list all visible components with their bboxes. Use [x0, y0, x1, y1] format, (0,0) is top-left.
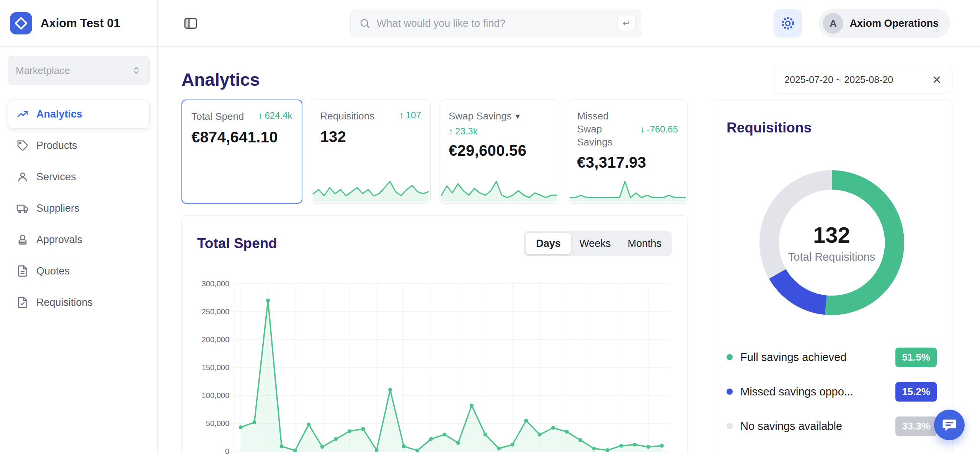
panel-left-icon [183, 16, 198, 31]
topbar-actions: A Axiom Operations [774, 9, 950, 38]
total-spend-title: Total Spend [197, 235, 277, 251]
stat-label: Total Spend [191, 110, 244, 123]
tab-days[interactable]: Days [526, 233, 571, 254]
search-input[interactable] [377, 18, 611, 29]
topbar: ↵ A Axiom Operations [158, 0, 980, 47]
sidebar-item-approvals[interactable]: Approvals [8, 225, 150, 254]
swap-savings-sparkline [440, 179, 558, 202]
legend-dot-green [727, 354, 733, 360]
stat-card-swap-savings[interactable]: Swap Savings ▾ ↑23.3k €29,600.56 [439, 100, 559, 204]
global-search-bar: ↵ [350, 10, 641, 37]
chat-icon [941, 417, 957, 433]
stat-value: €874,641.10 [191, 129, 292, 146]
stat-trend: ↑107 [399, 110, 421, 121]
sidebar-item-services[interactable]: Services [8, 162, 150, 191]
legend-label: Missed savings oppo... [740, 385, 853, 398]
clear-date-icon[interactable] [931, 74, 942, 85]
requisitions-sparkline [312, 179, 430, 202]
svg-text:200,000: 200,000 [202, 335, 229, 344]
date-range-value: 2025-07-20 ~ 2025-08-20 [784, 74, 893, 85]
sidebar-item-label: Services [36, 171, 76, 183]
legend-item-no-savings: No savings available 33.3% [727, 415, 937, 437]
sidebar-item-products[interactable]: Products [8, 131, 150, 160]
stat-trend: ↑624.4k [258, 110, 292, 121]
sidebar-item-requisitions[interactable]: Requisitions [8, 288, 150, 317]
settings-button[interactable] [774, 9, 802, 38]
user-menu[interactable]: A Axiom Operations [819, 9, 950, 38]
sidebar-item-suppliers[interactable]: Suppliers [8, 194, 150, 223]
percentage-badge: 15.2% [895, 382, 937, 402]
caret-down-icon[interactable]: ▾ [516, 111, 520, 122]
svg-text:250,000: 250,000 [202, 307, 229, 316]
sidebar-item-quotes[interactable]: Quotes [8, 256, 150, 286]
stat-card-total-spend[interactable]: Total Spend ↑624.4k €874,641.10 [181, 100, 302, 204]
svg-text:0: 0 [225, 447, 229, 454]
app-root: Axiom Test 01 Marketplace Analytics [0, 0, 980, 454]
sidebar-item-label: Approvals [36, 234, 82, 246]
chat-button[interactable] [934, 410, 965, 440]
user-name: Axiom Operations [849, 18, 939, 29]
legend-label: No savings available [740, 420, 842, 433]
marketplace-select-value: Marketplace [16, 65, 70, 77]
legend-dot-gray [727, 423, 733, 429]
sidebar-item-label: Analytics [36, 108, 82, 120]
requisitions-title: Requisitions [727, 120, 937, 136]
total-spend-card: Total Spend Days Weeks Months 050,000100… [181, 215, 688, 454]
stat-card-missed-swap-savings[interactable]: Missed Swap Savings ↓-760.65 €3,317.93 [568, 100, 688, 204]
diamond-icon [14, 16, 28, 30]
missed-swap-savings-sparkline [569, 179, 687, 202]
stat-card-requisitions[interactable]: Requisitions ↑107 132 [311, 100, 431, 204]
legend-item-missed-savings: Missed savings oppo... 15.2% [727, 381, 937, 402]
sidebar-header: Axiom Test 01 [0, 0, 157, 47]
stat-trend: ↓-760.65 [640, 124, 678, 135]
trend-up-icon: ↑ [258, 110, 263, 121]
granularity-tabs: Days Weeks Months [524, 231, 672, 256]
gear-icon [780, 16, 795, 31]
tag-icon [16, 139, 29, 152]
sidebar-nav: Analytics Products Services [8, 100, 150, 317]
stat-label: Requisitions [320, 110, 375, 123]
percentage-badge: 33.3% [895, 416, 937, 436]
tab-weeks[interactable]: Weeks [571, 233, 619, 254]
chevron-up-down-icon [131, 65, 142, 76]
trend-down-icon: ↓ [640, 124, 645, 135]
total-spend-chart: 050,000100,000150,000200,000250,000300,0… [197, 269, 673, 454]
page-header: Analytics 2025-07-20 ~ 2025-08-20 [181, 66, 952, 93]
total-spend-header: Total Spend Days Weeks Months [197, 231, 672, 256]
svg-text:100,000: 100,000 [202, 391, 229, 400]
legend-dot-blue [727, 389, 733, 395]
search-icon [359, 18, 371, 29]
truck-icon [16, 202, 29, 214]
app-logo [10, 12, 32, 34]
stat-value: €3,317.93 [577, 154, 678, 171]
requisitions-donut: 132 Total Requisitions [757, 168, 906, 317]
svg-text:50,000: 50,000 [206, 419, 229, 428]
enter-key-icon: ↵ [617, 16, 635, 31]
sidebar-item-label: Quotes [36, 265, 70, 277]
requisitions-donut-chart [757, 168, 906, 317]
tab-months[interactable]: Months [619, 233, 670, 254]
percentage-badge: 51.5% [895, 348, 937, 367]
trend-up-icon: ↑ [399, 110, 404, 121]
svg-text:150,000: 150,000 [202, 363, 229, 372]
sidebar: Axiom Test 01 Marketplace Analytics [0, 0, 158, 454]
sidebar-collapse-button[interactable] [183, 16, 198, 32]
sidebar-item-label: Suppliers [36, 203, 80, 214]
marketplace-select[interactable]: Marketplace [8, 56, 150, 85]
app-title: Axiom Test 01 [41, 16, 120, 30]
legend-label: Full savings achieved [740, 351, 846, 364]
stat-label: Missed Swap Savings [577, 110, 628, 149]
sidebar-item-label: Products [36, 140, 77, 152]
stat-value: €29,600.56 [449, 142, 550, 159]
stat-value: 132 [320, 128, 421, 145]
stat-cards-row: Total Spend ↑624.4k €874,641.10 Requisit… [181, 100, 688, 204]
date-range-picker[interactable]: 2025-07-20 ~ 2025-08-20 [774, 66, 952, 93]
content-row: Total Spend ↑624.4k €874,641.10 Requisit… [181, 100, 952, 454]
sidebar-item-analytics[interactable]: Analytics [8, 100, 150, 129]
svg-text:300,000: 300,000 [202, 279, 229, 288]
requisitions-panel: Requisitions 132 Total Requisitions Full… [711, 100, 952, 454]
legend-item-full-savings: Full savings achieved 51.5% [727, 346, 937, 368]
stat-label: Swap Savings ▾ [449, 110, 520, 123]
stat-trend: ↑23.3k [449, 126, 550, 137]
stamp-icon [16, 234, 29, 246]
